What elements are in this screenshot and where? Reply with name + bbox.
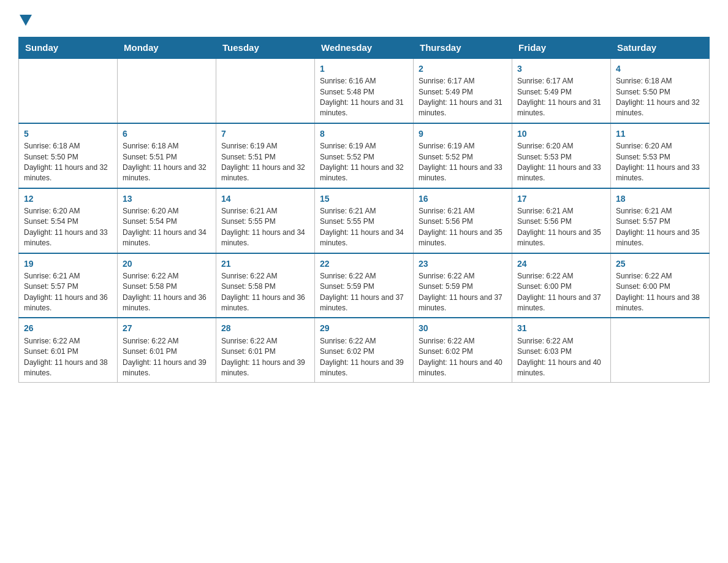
day-number: 24 xyxy=(517,258,605,270)
logo xyxy=(18,12,33,26)
day-number: 21 xyxy=(221,258,309,270)
day-info: Sunrise: 6:20 AMSunset: 5:53 PMDaylight:… xyxy=(616,141,704,184)
day-info: Sunrise: 6:22 AMSunset: 6:02 PMDaylight:… xyxy=(320,336,408,379)
day-info: Sunrise: 6:17 AMSunset: 5:49 PMDaylight:… xyxy=(517,76,605,119)
day-number: 23 xyxy=(419,258,507,270)
day-number: 30 xyxy=(419,322,507,334)
calendar-cell: 6Sunrise: 6:18 AMSunset: 5:51 PMDaylight… xyxy=(118,123,216,188)
weekday-header-tuesday: Tuesday xyxy=(216,37,315,59)
day-number: 4 xyxy=(616,63,704,75)
logo-triangle-icon xyxy=(20,15,32,26)
calendar-cell: 20Sunrise: 6:22 AMSunset: 5:58 PMDayligh… xyxy=(118,253,216,318)
calendar-cell: 25Sunrise: 6:22 AMSunset: 6:00 PMDayligh… xyxy=(611,253,710,318)
page-header xyxy=(18,12,710,26)
calendar-cell: 14Sunrise: 6:21 AMSunset: 5:55 PMDayligh… xyxy=(216,188,315,253)
calendar-cell: 28Sunrise: 6:22 AMSunset: 6:01 PMDayligh… xyxy=(216,318,315,382)
day-info: Sunrise: 6:18 AMSunset: 5:51 PMDaylight:… xyxy=(123,141,211,184)
weekday-header-sunday: Sunday xyxy=(19,37,118,59)
day-number: 14 xyxy=(221,193,309,205)
day-number: 11 xyxy=(616,128,704,140)
day-number: 10 xyxy=(517,128,605,140)
weekday-header-wednesday: Wednesday xyxy=(315,37,414,59)
calendar-cell: 5Sunrise: 6:18 AMSunset: 5:50 PMDaylight… xyxy=(19,123,118,188)
calendar-cell: 31Sunrise: 6:22 AMSunset: 6:03 PMDayligh… xyxy=(512,318,611,382)
calendar-cell: 2Sunrise: 6:17 AMSunset: 5:49 PMDaylight… xyxy=(414,58,512,123)
day-info: Sunrise: 6:22 AMSunset: 6:00 PMDaylight:… xyxy=(616,271,704,314)
calendar-cell: 18Sunrise: 6:21 AMSunset: 5:57 PMDayligh… xyxy=(611,188,710,253)
day-number: 31 xyxy=(517,322,605,334)
day-number: 16 xyxy=(419,193,507,205)
week-row-4: 26Sunrise: 6:22 AMSunset: 6:01 PMDayligh… xyxy=(19,318,710,382)
calendar-cell: 10Sunrise: 6:20 AMSunset: 5:53 PMDayligh… xyxy=(512,123,611,188)
day-info: Sunrise: 6:21 AMSunset: 5:57 PMDaylight:… xyxy=(616,206,704,249)
calendar-cell: 1Sunrise: 6:16 AMSunset: 5:48 PMDaylight… xyxy=(315,58,414,123)
day-number: 27 xyxy=(123,322,211,334)
day-info: Sunrise: 6:22 AMSunset: 6:01 PMDaylight:… xyxy=(221,336,309,379)
week-row-1: 5Sunrise: 6:18 AMSunset: 5:50 PMDaylight… xyxy=(19,123,710,188)
calendar-table: SundayMondayTuesdayWednesdayThursdayFrid… xyxy=(18,37,710,383)
weekday-header-thursday: Thursday xyxy=(414,37,512,59)
day-info: Sunrise: 6:22 AMSunset: 6:00 PMDaylight:… xyxy=(517,271,605,314)
day-info: Sunrise: 6:20 AMSunset: 5:53 PMDaylight:… xyxy=(517,141,605,184)
day-number: 13 xyxy=(123,193,211,205)
calendar-cell: 29Sunrise: 6:22 AMSunset: 6:02 PMDayligh… xyxy=(315,318,414,382)
calendar-cell: 19Sunrise: 6:21 AMSunset: 5:57 PMDayligh… xyxy=(19,253,118,318)
day-info: Sunrise: 6:22 AMSunset: 5:58 PMDaylight:… xyxy=(221,271,309,314)
day-info: Sunrise: 6:21 AMSunset: 5:57 PMDaylight:… xyxy=(24,271,112,314)
day-number: 2 xyxy=(419,63,507,75)
weekday-header-row: SundayMondayTuesdayWednesdayThursdayFrid… xyxy=(19,37,710,59)
weekday-header-monday: Monday xyxy=(118,37,216,59)
day-number: 26 xyxy=(24,322,112,334)
day-info: Sunrise: 6:22 AMSunset: 5:59 PMDaylight:… xyxy=(320,271,408,314)
calendar-cell: 13Sunrise: 6:20 AMSunset: 5:54 PMDayligh… xyxy=(118,188,216,253)
day-info: Sunrise: 6:16 AMSunset: 5:48 PMDaylight:… xyxy=(320,76,408,119)
day-info: Sunrise: 6:20 AMSunset: 5:54 PMDaylight:… xyxy=(123,206,211,249)
day-number: 6 xyxy=(123,128,211,140)
calendar-cell xyxy=(118,58,216,123)
day-number: 18 xyxy=(616,193,704,205)
day-number: 19 xyxy=(24,258,112,270)
calendar-cell: 27Sunrise: 6:22 AMSunset: 6:01 PMDayligh… xyxy=(118,318,216,382)
day-number: 25 xyxy=(616,258,704,270)
day-number: 29 xyxy=(320,322,408,334)
week-row-3: 19Sunrise: 6:21 AMSunset: 5:57 PMDayligh… xyxy=(19,253,710,318)
calendar-cell xyxy=(216,58,315,123)
day-number: 9 xyxy=(419,128,507,140)
day-info: Sunrise: 6:17 AMSunset: 5:49 PMDaylight:… xyxy=(419,76,507,119)
day-number: 20 xyxy=(123,258,211,270)
calendar-cell: 15Sunrise: 6:21 AMSunset: 5:55 PMDayligh… xyxy=(315,188,414,253)
day-number: 28 xyxy=(221,322,309,334)
calendar-cell: 3Sunrise: 6:17 AMSunset: 5:49 PMDaylight… xyxy=(512,58,611,123)
day-number: 3 xyxy=(517,63,605,75)
calendar-cell xyxy=(611,318,710,382)
day-info: Sunrise: 6:22 AMSunset: 6:02 PMDaylight:… xyxy=(419,336,507,379)
calendar-cell: 23Sunrise: 6:22 AMSunset: 5:59 PMDayligh… xyxy=(414,253,512,318)
day-info: Sunrise: 6:22 AMSunset: 6:01 PMDaylight:… xyxy=(24,336,112,379)
day-info: Sunrise: 6:21 AMSunset: 5:56 PMDaylight:… xyxy=(419,206,507,249)
calendar-cell xyxy=(19,58,118,123)
calendar-cell: 4Sunrise: 6:18 AMSunset: 5:50 PMDaylight… xyxy=(611,58,710,123)
day-info: Sunrise: 6:21 AMSunset: 5:55 PMDaylight:… xyxy=(320,206,408,249)
day-info: Sunrise: 6:19 AMSunset: 5:52 PMDaylight:… xyxy=(320,141,408,184)
day-number: 12 xyxy=(24,193,112,205)
calendar-cell: 26Sunrise: 6:22 AMSunset: 6:01 PMDayligh… xyxy=(19,318,118,382)
calendar-cell: 16Sunrise: 6:21 AMSunset: 5:56 PMDayligh… xyxy=(414,188,512,253)
day-number: 22 xyxy=(320,258,408,270)
calendar-cell: 12Sunrise: 6:20 AMSunset: 5:54 PMDayligh… xyxy=(19,188,118,253)
week-row-2: 12Sunrise: 6:20 AMSunset: 5:54 PMDayligh… xyxy=(19,188,710,253)
day-info: Sunrise: 6:22 AMSunset: 5:59 PMDaylight:… xyxy=(419,271,507,314)
calendar-cell: 24Sunrise: 6:22 AMSunset: 6:00 PMDayligh… xyxy=(512,253,611,318)
day-number: 7 xyxy=(221,128,309,140)
calendar-cell: 7Sunrise: 6:19 AMSunset: 5:51 PMDaylight… xyxy=(216,123,315,188)
calendar-cell: 9Sunrise: 6:19 AMSunset: 5:52 PMDaylight… xyxy=(414,123,512,188)
day-info: Sunrise: 6:21 AMSunset: 5:55 PMDaylight:… xyxy=(221,206,309,249)
day-info: Sunrise: 6:22 AMSunset: 5:58 PMDaylight:… xyxy=(123,271,211,314)
calendar-cell: 8Sunrise: 6:19 AMSunset: 5:52 PMDaylight… xyxy=(315,123,414,188)
weekday-header-friday: Friday xyxy=(512,37,611,59)
calendar-cell: 11Sunrise: 6:20 AMSunset: 5:53 PMDayligh… xyxy=(611,123,710,188)
day-info: Sunrise: 6:21 AMSunset: 5:56 PMDaylight:… xyxy=(517,206,605,249)
calendar-cell: 21Sunrise: 6:22 AMSunset: 5:58 PMDayligh… xyxy=(216,253,315,318)
calendar-cell: 30Sunrise: 6:22 AMSunset: 6:02 PMDayligh… xyxy=(414,318,512,382)
day-info: Sunrise: 6:18 AMSunset: 5:50 PMDaylight:… xyxy=(24,141,112,184)
day-info: Sunrise: 6:22 AMSunset: 6:01 PMDaylight:… xyxy=(123,336,211,379)
